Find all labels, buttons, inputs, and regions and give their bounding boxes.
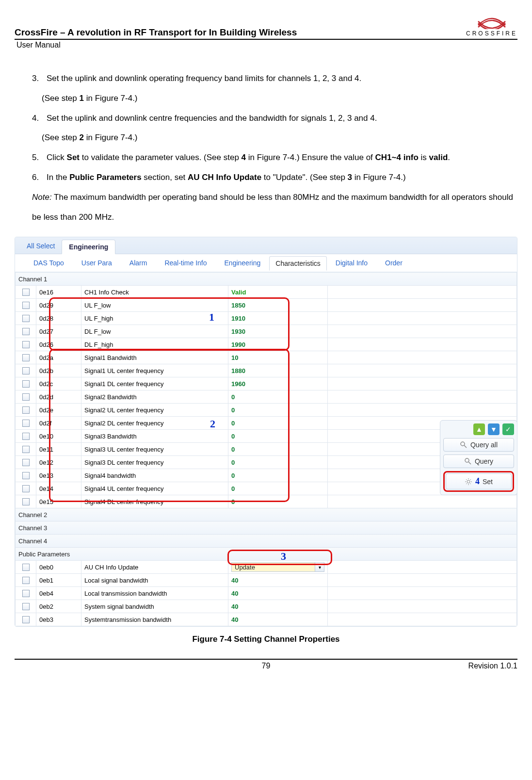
set-button[interactable]: 4 Set: [446, 473, 512, 489]
section-header[interactable]: Channel 1: [16, 273, 517, 286]
table-row: 0d2cSignal1 DL center frequency1960: [16, 377, 517, 390]
param-desc: Signal2 Bandwidth: [81, 390, 228, 404]
row-checkbox[interactable]: [16, 495, 36, 508]
param-desc: Signal4 bandwidth: [81, 469, 228, 482]
param-code: 0e16: [36, 286, 81, 299]
param-desc: Signal3 UL center frequency: [81, 443, 228, 456]
param-code: 0d2d: [36, 390, 81, 404]
section-header[interactable]: Public Parameters: [16, 548, 517, 561]
section-header[interactable]: Channel 4: [16, 535, 517, 548]
param-code: 0d26: [36, 338, 81, 351]
row-checkbox[interactable]: [16, 351, 36, 364]
table-row: 0d2dSignal2 Bandwidth0: [16, 390, 517, 404]
row-checkbox[interactable]: [16, 600, 36, 613]
upload-icon[interactable]: ▲: [473, 423, 485, 435]
param-value[interactable]: 40: [228, 600, 328, 613]
subtab-user-para[interactable]: User Para: [73, 259, 121, 267]
param-value[interactable]: 40: [228, 587, 328, 600]
row-checkbox[interactable]: [16, 456, 36, 469]
param-value[interactable]: 0: [228, 430, 328, 443]
subtab-engineering[interactable]: Engineering: [216, 259, 270, 267]
tab-engineering[interactable]: Engineering: [62, 240, 115, 254]
chevron-down-icon[interactable]: ▾: [315, 563, 324, 571]
row-checkbox[interactable]: [16, 364, 36, 377]
section-header[interactable]: Channel 2: [16, 508, 517, 521]
row-checkbox[interactable]: [16, 430, 36, 443]
subtab-alarm[interactable]: Alarm: [121, 259, 156, 267]
table-row: 0d27DL F_low1930: [16, 325, 517, 338]
param-desc: DL F_low: [81, 325, 228, 338]
table-row: 0eb1Local signal bandwidth40: [16, 574, 517, 587]
row-checkbox[interactable]: [16, 417, 36, 430]
param-code: 0d28: [36, 312, 81, 325]
table-row: 0eb0AU CH Info UpdateUpdate▾: [16, 561, 517, 574]
confirm-icon[interactable]: ✓: [502, 423, 514, 435]
param-value[interactable]: 0: [228, 390, 328, 404]
param-desc: Local signal bandwidth: [81, 574, 228, 587]
subtab-characteristics[interactable]: Characteristics: [269, 256, 327, 271]
param-value[interactable]: 1880: [228, 364, 328, 377]
update-dropdown[interactable]: Update▾: [231, 562, 324, 572]
param-desc: Local transmission bandwidth: [81, 587, 228, 600]
param-desc: Signal4 UL center frequency: [81, 482, 228, 495]
param-code: 0d2e: [36, 404, 81, 417]
row-checkbox[interactable]: [16, 613, 36, 626]
row-checkbox[interactable]: [16, 561, 36, 574]
row-checkbox[interactable]: [16, 338, 36, 351]
param-value[interactable]: 1850: [228, 299, 328, 312]
row-checkbox[interactable]: [16, 325, 36, 338]
row-checkbox[interactable]: [16, 312, 36, 325]
row-checkbox[interactable]: [16, 574, 36, 587]
param-value[interactable]: Update▾: [228, 561, 328, 574]
row-checkbox[interactable]: [16, 587, 36, 600]
param-code: 0d2a: [36, 351, 81, 364]
table-row: 0d26DL F_high1990: [16, 338, 517, 351]
param-value[interactable]: 1960: [228, 377, 328, 390]
figure-caption: Figure 7-4 Setting Channel Properties: [15, 634, 517, 644]
subtab-realtime-info[interactable]: Real-time Info: [156, 259, 215, 267]
subtab-das-topo[interactable]: DAS Topo: [25, 259, 73, 267]
query-button[interactable]: Query: [443, 455, 514, 468]
param-value[interactable]: 0: [228, 417, 328, 430]
row-checkbox[interactable]: [16, 390, 36, 404]
param-value[interactable]: 0: [228, 469, 328, 482]
param-value[interactable]: 1930: [228, 325, 328, 338]
query-all-button[interactable]: Query all: [443, 438, 514, 452]
param-value[interactable]: 10: [228, 351, 328, 364]
row-checkbox[interactable]: [16, 299, 36, 312]
param-value[interactable]: Valid: [228, 286, 328, 299]
subtab-digital-info[interactable]: Digital Info: [327, 259, 376, 267]
param-value[interactable]: 0: [228, 495, 328, 508]
param-value[interactable]: 1910: [228, 312, 328, 325]
param-code: 0e12: [36, 456, 81, 469]
param-code: 0eb4: [36, 587, 81, 600]
param-desc: Signal2 UL center frequency: [81, 404, 228, 417]
action-panel: ▲ ▼ ✓ Query all Query 4 Set: [440, 420, 517, 495]
subtab-order[interactable]: Order: [376, 259, 411, 267]
svg-point-2: [465, 458, 469, 462]
crossfire-logo: CROSSFIRE: [466, 15, 517, 39]
row-checkbox[interactable]: [16, 404, 36, 417]
param-value[interactable]: 0: [228, 482, 328, 495]
param-value[interactable]: 0: [228, 404, 328, 417]
doc-title: CrossFire – A revolution in RF Transport…: [15, 27, 297, 39]
param-value[interactable]: 0: [228, 456, 328, 469]
row-checkbox[interactable]: [16, 443, 36, 456]
tab-all-select[interactable]: All Select: [20, 238, 62, 254]
row-checkbox[interactable]: [16, 482, 36, 495]
download-icon[interactable]: ▼: [488, 423, 500, 435]
param-desc: Signal4 DL center frequency: [81, 495, 228, 508]
param-value[interactable]: 0: [228, 443, 328, 456]
row-checkbox[interactable]: [16, 377, 36, 390]
figure-screenshot: All Select Engineering DAS Topo User Par…: [15, 237, 517, 627]
section-header[interactable]: Channel 3: [16, 521, 517, 535]
table-row: 0d2aSignal1 Bandwidth10: [16, 351, 517, 364]
param-desc: Systemtransmission bandwidth: [81, 613, 228, 626]
param-code: 0e14: [36, 482, 81, 495]
param-value[interactable]: 40: [228, 574, 328, 587]
revision-number: Revision 1.0.1: [468, 662, 517, 670]
param-value[interactable]: 1990: [228, 338, 328, 351]
row-checkbox[interactable]: [16, 469, 36, 482]
param-value[interactable]: 40: [228, 613, 328, 626]
row-checkbox[interactable]: [16, 286, 36, 299]
